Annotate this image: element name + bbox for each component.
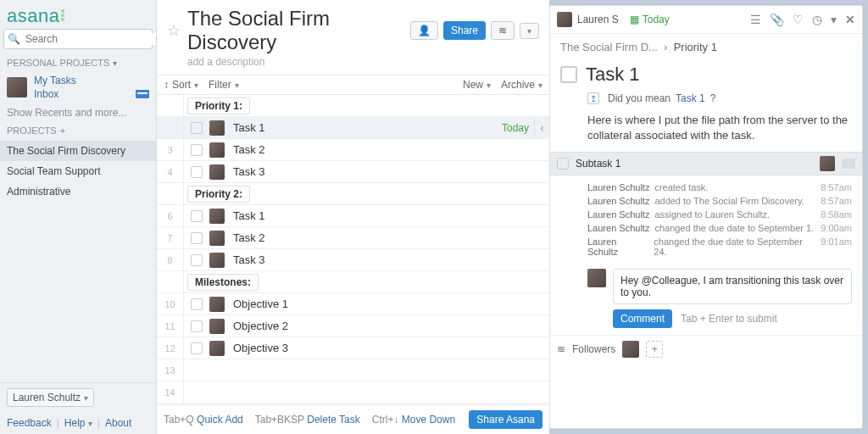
inbox-link[interactable]: Inbox (34, 88, 58, 100)
projects-header[interactable]: Projects + (0, 122, 156, 139)
archive-button[interactable]: Archive ▾ (501, 79, 542, 91)
task-name[interactable]: Task 2 (225, 231, 549, 244)
project-item[interactable]: Social Team Support (0, 161, 156, 181)
task-checkbox[interactable] (191, 166, 203, 178)
more-icon[interactable]: ▾ (831, 13, 837, 26)
task-row[interactable]: 4Task 3 (157, 161, 549, 183)
section-header[interactable]: Milestones: (187, 274, 259, 291)
comment-input[interactable]: Hey @Colleague, I am transitioning this … (613, 269, 852, 304)
personal-projects-header[interactable]: Personal Projects▾ (0, 54, 156, 71)
did-you-mean-link[interactable]: Task 1 (676, 92, 705, 104)
task-checkbox[interactable] (191, 210, 203, 222)
task-description[interactable]: Here is where I put the file path from t… (550, 109, 862, 152)
task-row[interactable]: 6Task 1 (157, 205, 549, 227)
project-menu-button[interactable]: ▾ (520, 23, 539, 39)
assignee-avatar[interactable] (209, 297, 225, 312)
task-row[interactable]: 8Task 3 (157, 249, 549, 271)
assignee-avatar[interactable] (209, 209, 225, 224)
section-header[interactable]: Priority 2: (187, 186, 250, 203)
due-badge: Today (502, 122, 534, 134)
project-title[interactable]: The Social Firm Discovery (187, 7, 403, 54)
inbox-icon (136, 90, 149, 98)
task-checkbox[interactable] (191, 342, 203, 354)
list-icon[interactable]: ☰ (750, 13, 761, 26)
assignee-avatar[interactable] (209, 231, 225, 246)
task-name[interactable]: Task 1 (225, 209, 549, 222)
members-button[interactable]: 👤 (410, 21, 438, 40)
task-checkbox[interactable] (191, 320, 203, 332)
task-row[interactable]: 3Task 2 (157, 139, 549, 161)
task-name[interactable]: Objective 3 (225, 342, 549, 354)
sidebar: asana 🔍 ▾ Personal Projects▾ My Tasks In… (0, 0, 157, 434)
breadcrumb[interactable]: The Social Firm D... › Priority 1 (550, 34, 862, 60)
close-icon[interactable]: ✕ (845, 13, 855, 26)
assignee-avatar[interactable] (209, 253, 225, 268)
search-input[interactable]: 🔍 ▾ (3, 29, 153, 49)
task-row[interactable]: 10Objective 1 (157, 293, 549, 315)
assignee-field[interactable]: Lauren S (557, 12, 619, 27)
quick-add-link[interactable]: Quick Add (197, 414, 243, 426)
subtask-checkbox[interactable] (557, 158, 569, 170)
task-row[interactable]: Task 1Today‹ (157, 117, 549, 139)
timer-icon[interactable]: ◷ (812, 13, 822, 26)
task-checkbox[interactable] (191, 298, 203, 310)
project-list: The Social Firm Discovery Social Team Su… (0, 141, 156, 202)
assignee-avatar[interactable] (209, 120, 225, 136)
task-row[interactable]: 12Objective 3 (157, 337, 549, 359)
my-tasks-link[interactable]: My Tasks (34, 75, 149, 86)
task-row[interactable]: 11Objective 2 (157, 315, 549, 337)
task-checkbox[interactable] (191, 254, 203, 266)
feedback-link[interactable]: Feedback (7, 417, 52, 429)
task-detail-pane: Lauren S ▦ Today ☰ 📎 ♡ ◷ ▾ ✕ The Social … (549, 5, 863, 429)
did-you-mean: ↥ Did you mean Task 1? (550, 92, 862, 109)
project-item[interactable]: Administrative (0, 181, 156, 202)
move-down-link[interactable]: Move Down (402, 414, 455, 426)
rss-icon: ≋ (557, 343, 565, 355)
comment-button[interactable]: Comment (613, 309, 672, 328)
due-date-field[interactable]: ▦ Today (626, 11, 674, 28)
task-row[interactable]: 7Task 2 (157, 227, 549, 249)
assignee-avatar[interactable] (209, 341, 225, 356)
task-name[interactable]: Objective 2 (225, 320, 549, 332)
attachment-icon[interactable]: 📎 (770, 13, 784, 26)
add-project-icon[interactable]: + (60, 125, 65, 136)
expand-icon[interactable]: ‹ (534, 117, 549, 138)
follower-avatar[interactable] (622, 341, 639, 358)
complete-checkbox[interactable] (560, 66, 577, 83)
task-checkbox[interactable] (191, 122, 203, 134)
task-title[interactable]: Task 1 (586, 64, 640, 86)
assignee-avatar[interactable] (209, 319, 225, 334)
about-link[interactable]: About (105, 417, 131, 429)
followers-label: Followers (572, 343, 615, 355)
task-name[interactable]: Task 3 (225, 253, 549, 266)
task-checkbox[interactable] (191, 144, 203, 156)
avatar (820, 156, 835, 171)
sort-button[interactable]: ↕ Sort ▾ (164, 79, 198, 91)
task-name[interactable]: Objective 1 (225, 298, 549, 310)
star-icon[interactable]: ☆ (167, 21, 181, 40)
project-item[interactable]: The Social Firm Discovery (0, 141, 156, 161)
new-button[interactable]: New ▾ (463, 79, 491, 91)
info-icon: ↥ (587, 92, 599, 104)
delete-task-link[interactable]: Delete Task (307, 414, 359, 426)
help-link[interactable]: Help ▾ (64, 417, 92, 429)
subtask-row[interactable]: Subtask 1 (550, 152, 862, 175)
rss-button[interactable]: ≋ (491, 21, 515, 40)
list-toolbar: ↕ Sort ▾ Filter ▾ New ▾ Archive ▾ (157, 75, 549, 95)
share-button[interactable]: Share (443, 21, 486, 40)
account-menu[interactable]: Lauren Schultz▾ (7, 388, 94, 407)
assignee-avatar[interactable] (209, 142, 225, 158)
comment-hint: Tab + Enter to submit (681, 313, 777, 325)
heart-icon[interactable]: ♡ (793, 13, 804, 26)
task-name[interactable]: Task 3 (225, 165, 549, 178)
show-recents-link[interactable]: Show Recents and more... (0, 103, 156, 122)
filter-button[interactable]: Filter ▾ (209, 79, 239, 91)
add-follower-button[interactable]: + (646, 341, 663, 358)
task-checkbox[interactable] (191, 232, 203, 244)
task-name[interactable]: Task 2 (225, 143, 549, 156)
section-header[interactable]: Priority 1: (187, 97, 250, 114)
project-description[interactable]: add a description (157, 56, 549, 75)
share-asana-button[interactable]: Share Asana (469, 410, 542, 429)
task-name[interactable]: Task 1 (225, 121, 502, 134)
assignee-avatar[interactable] (209, 164, 225, 180)
